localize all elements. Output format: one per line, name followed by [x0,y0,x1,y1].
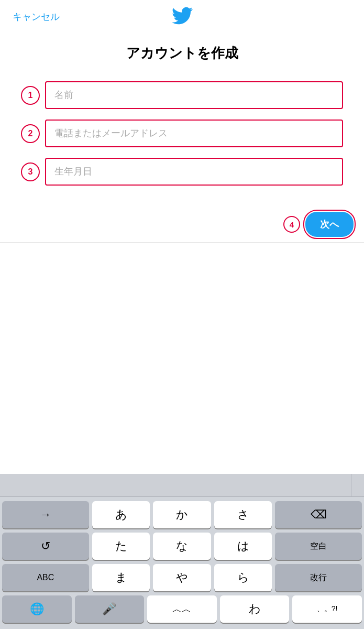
key-dakuten[interactable]: ︿︿ [147,595,217,623]
header: キャンセル [0,0,364,28]
keyboard-row-4: 🌐 🎤 ︿︿ わ 、。?! [2,595,362,623]
page-title: アカウントを作成 [21,44,343,62]
keyboard-toolbar [0,474,364,497]
key-na[interactable]: な [153,533,211,560]
field-number-1: 1 [21,86,40,105]
keyboard: → あ か さ ⌫ ↺ た な は 空白 ABC ま や ら 改行 🌐 🎤 ︿︿… [0,474,364,629]
key-ma[interactable]: ま [92,564,150,591]
next-number-badge: 4 [283,216,300,233]
twitter-logo [172,5,193,28]
name-input[interactable] [45,81,343,109]
key-return[interactable]: 改行 [275,564,362,591]
key-ra[interactable]: ら [214,564,272,591]
form-area: アカウントを作成 1 2 3 [0,28,364,207]
next-button[interactable]: 次へ [305,212,354,237]
key-space[interactable]: 空白 [275,533,362,560]
field-row-contact: 2 [21,120,343,147]
birthday-input[interactable] [45,158,343,186]
key-arrow-right[interactable]: → [2,501,89,528]
toolbar-separator [351,474,351,497]
cancel-button[interactable]: キャンセル [13,10,60,23]
key-undo[interactable]: ↺ [2,533,89,560]
keyboard-rows: → あ か さ ⌫ ↺ た な は 空白 ABC ま や ら 改行 🌐 🎤 ︿︿… [0,497,364,629]
next-button-area: 4 次へ [0,207,364,243]
key-globe[interactable]: 🌐 [2,595,72,623]
key-punctuation[interactable]: 、。?! [292,595,362,623]
key-a[interactable]: あ [92,501,150,528]
key-ya[interactable]: や [153,564,211,591]
keyboard-row-3: ABC ま や ら 改行 [2,564,362,591]
keyboard-row-1: → あ か さ ⌫ [2,501,362,528]
field-number-3: 3 [21,162,40,181]
key-ta[interactable]: た [92,533,150,560]
contact-input[interactable] [45,120,343,147]
field-row-birthday: 3 [21,158,343,186]
key-wa[interactable]: わ [220,595,290,623]
keyboard-row-2: ↺ た な は 空白 [2,533,362,560]
field-row-name: 1 [21,81,343,109]
key-ka[interactable]: か [153,501,211,528]
key-ha[interactable]: は [214,533,272,560]
key-backspace[interactable]: ⌫ [275,501,362,528]
key-abc[interactable]: ABC [2,564,89,591]
key-sa[interactable]: さ [214,501,272,528]
field-number-2: 2 [21,124,40,143]
key-mic[interactable]: 🎤 [75,595,145,623]
